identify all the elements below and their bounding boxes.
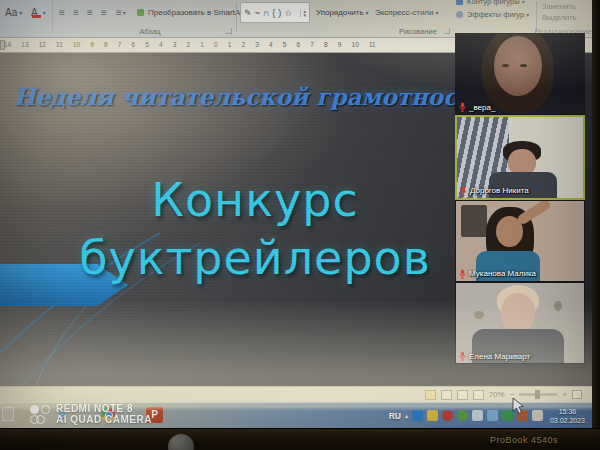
mouse-cursor: [512, 397, 525, 415]
arc-shape-icon[interactable]: ∩: [263, 8, 269, 18]
participant-name-row: Елена Маркварт: [459, 351, 530, 361]
slide-heading-text[interactable]: Конкурс буктрейлеров: [30, 171, 480, 287]
laptop-model-label: ProBook 4540s: [490, 435, 558, 445]
quick-styles-button[interactable]: Экспресс-стили▾: [372, 3, 442, 21]
ruler-number: 11: [56, 41, 63, 48]
ruler-number: 4: [159, 41, 163, 48]
powerpoint-status-bar: 70% − +: [0, 386, 592, 402]
ruler-number: 12: [39, 41, 46, 48]
participant-name: Елена Маркварт: [469, 352, 530, 361]
ribbon-separator: [236, 2, 237, 32]
shapes-gallery[interactable]: ✎ ~ ∩ { ) ☆ ▴▾: [240, 2, 310, 23]
paragraph-group-label: Абзац: [120, 27, 180, 36]
shape-effects-button[interactable]: Эффекты фигур ▾: [456, 10, 529, 20]
tray-icon[interactable]: [487, 410, 498, 421]
ruler-number: 10: [73, 41, 80, 48]
participant-name-row: _вера_: [459, 102, 495, 112]
ruler-number: 5: [145, 41, 149, 48]
video-tile-vera[interactable]: _вера_: [455, 33, 585, 115]
slide-heading-line2: буктрейлеров: [30, 229, 480, 287]
align-right-button[interactable]: ≡: [84, 3, 95, 21]
video-tile-dorogov-nikita[interactable]: Дорогов Никита: [455, 115, 585, 199]
redmi-logo-icon: [30, 405, 50, 424]
star-shape-icon[interactable]: ☆: [284, 8, 292, 18]
freeform-shape-icon[interactable]: ✎: [244, 8, 252, 18]
font-color-button[interactable]: A▾: [28, 3, 49, 21]
tray-icon[interactable]: [442, 410, 453, 421]
ruler-number: 7: [310, 41, 314, 48]
replace-button[interactable]: Заменить: [542, 2, 576, 12]
laptop-screen: Аа▾ A▾ ≡ ≡ ≡ ≡ ≡▾ Преобразовать в SmartA…: [0, 0, 592, 428]
ruler-number: 3: [173, 41, 177, 48]
brace-shape-icon[interactable]: {: [272, 8, 275, 18]
participant-name: Муканова Малика: [469, 269, 536, 278]
video-tile-mukanova-malika[interactable]: Муканова Малика: [455, 200, 585, 282]
participant-name-row: Дорогов Никита: [460, 186, 529, 196]
camera-watermark: REDMI NOTE 8 AI QUAD CAMERA: [30, 403, 152, 425]
slideshow-view-button[interactable]: [473, 390, 484, 400]
photo-of-laptop: Аа▾ A▾ ≡ ≡ ≡ ≡ ≡▾ Преобразовать в SmartA…: [0, 0, 600, 450]
tray-icon[interactable]: [532, 410, 543, 421]
bracket-shape-icon[interactable]: ): [278, 8, 281, 18]
clock-time: 15:36: [550, 407, 585, 416]
ruler-numbers: 141312111098765432101234567891011: [4, 41, 376, 48]
arrange-button[interactable]: Упорядочить▾: [313, 3, 372, 21]
slide-heading-line1: Конкурс: [30, 171, 480, 229]
columns-button[interactable]: ≡▾: [113, 3, 129, 21]
ruler-number: 1: [228, 41, 232, 48]
tray-icon[interactable]: [412, 410, 423, 421]
ruler-number: 7: [118, 41, 122, 48]
zoom-level-label[interactable]: 70%: [489, 390, 505, 399]
language-indicator[interactable]: RU: [389, 411, 401, 421]
ruler-number: 6: [132, 41, 136, 48]
reading-view-button[interactable]: [457, 390, 468, 400]
slide-sorter-view-button[interactable]: [441, 390, 452, 400]
justify-button[interactable]: ≡: [98, 3, 109, 21]
ruler-number: 5: [283, 41, 287, 48]
ruler-number: 14: [4, 41, 11, 48]
align-left-button[interactable]: ≡: [56, 3, 67, 21]
ruler-number: 4: [269, 41, 273, 48]
curve-shape-icon[interactable]: ~: [255, 8, 260, 18]
participant-name-row: Муканова Малика: [459, 269, 536, 279]
shapes-more-button[interactable]: ▴▾: [300, 9, 306, 17]
participant-name: _вера_: [469, 103, 495, 112]
ruler-number: 8: [324, 41, 328, 48]
system-tray: RU ▴ 15:36 03.02.2023: [389, 403, 588, 428]
change-case-button[interactable]: Аа▾: [2, 3, 25, 21]
smartart-icon: [137, 9, 144, 16]
taskbar-window-button[interactable]: [2, 407, 14, 421]
video-tile-elena-markvart[interactable]: Елена Маркварт: [455, 282, 585, 364]
ruler-number: 11: [369, 41, 376, 48]
muted-mic-icon: [460, 186, 467, 196]
paragraph-dialog-launcher[interactable]: [226, 28, 232, 34]
tray-icon[interactable]: [457, 410, 468, 421]
drawing-dialog-launcher[interactable]: [444, 28, 450, 34]
tray-icon[interactable]: [427, 410, 438, 421]
align-center-button[interactable]: ≡: [70, 3, 81, 21]
ruler-number: 9: [90, 41, 94, 48]
ruler-number: 0: [214, 41, 218, 48]
ruler-number: 1: [200, 41, 204, 48]
participant-name: Дорогов Никита: [470, 186, 529, 195]
laptop-bezel-right: [592, 0, 600, 428]
select-button[interactable]: Выделить: [542, 13, 577, 23]
shape-outline-button[interactable]: Контур фигуры ▾: [456, 0, 525, 7]
zoom-slider[interactable]: [519, 393, 557, 396]
ruler-number: 6: [297, 41, 301, 48]
normal-view-button[interactable]: [425, 390, 436, 400]
fit-to-window-button[interactable]: [572, 390, 582, 399]
ruler-number: 13: [21, 41, 28, 48]
ribbon-separator: [52, 2, 53, 32]
show-hidden-icons-button[interactable]: ▴: [405, 412, 408, 419]
shape-effects-icon: [456, 11, 463, 18]
ruler-number: 9: [338, 41, 342, 48]
muted-mic-icon: [459, 269, 466, 279]
laptop-bezel-bottom: ProBook 4540s: [0, 428, 600, 450]
tray-icon[interactable]: [472, 410, 483, 421]
zoom-in-button[interactable]: +: [562, 390, 567, 399]
taskbar-clock[interactable]: 15:36 03.02.2023: [547, 407, 588, 425]
muted-mic-icon: [459, 351, 466, 361]
zoom-slider-thumb[interactable]: [535, 390, 540, 399]
shape-outline-icon: [456, 0, 463, 5]
